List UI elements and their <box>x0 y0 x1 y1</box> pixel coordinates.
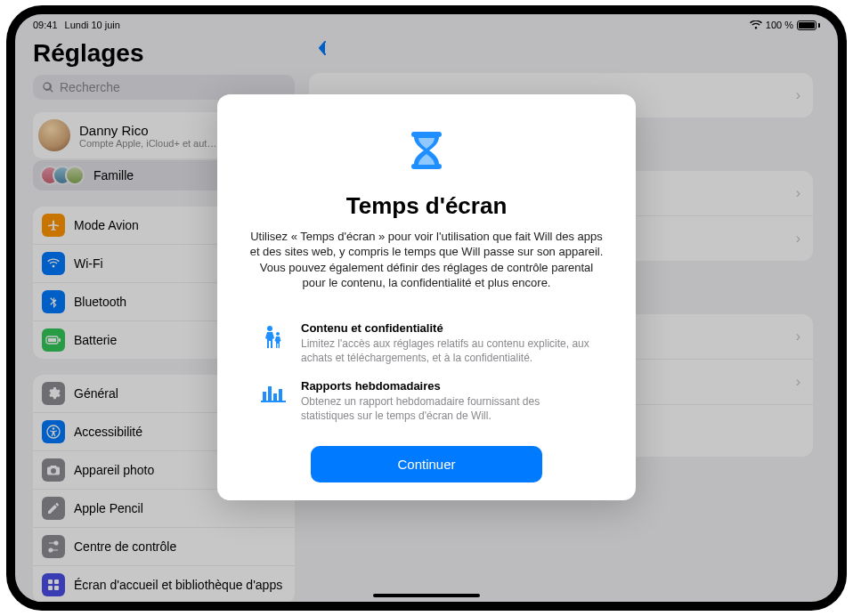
svg-rect-14 <box>273 393 277 401</box>
feature-text: Limitez l'accès aux réglages relatifs au… <box>301 336 595 365</box>
svg-point-11 <box>276 332 280 336</box>
continue-button[interactable]: Continuer <box>311 446 542 482</box>
svg-point-10 <box>267 326 272 331</box>
ipad-frame: 09:41 Lundi 10 juin 100 % Réglages Reche… <box>6 5 847 611</box>
feature-weekly-reports: Rapports hebdomadaires Obtenez un rappor… <box>242 372 611 430</box>
svg-rect-16 <box>261 401 286 402</box>
modal-title: Temps d'écran <box>242 192 611 220</box>
bar-chart-icon <box>258 379 288 423</box>
home-indicator[interactable] <box>373 594 480 597</box>
modal-description: Utilisez « Temps d'écran » pour voir l'u… <box>242 229 611 291</box>
feature-title: Contenu et confidentialité <box>301 321 595 335</box>
feature-text: Obtenez un rapport hebdomadaire fourniss… <box>301 394 595 423</box>
screen-time-modal: Temps d'écran Utilisez « Temps d'écran »… <box>217 94 636 501</box>
family-icon <box>258 321 288 365</box>
hourglass-icon <box>407 130 446 174</box>
svg-rect-13 <box>268 386 272 401</box>
modal-scrim: Temps d'écran Utilisez « Temps d'écran »… <box>15 14 838 602</box>
svg-rect-12 <box>263 392 266 401</box>
feature-title: Rapports hebdomadaires <box>301 379 595 393</box>
svg-rect-15 <box>279 389 282 401</box>
screen: 09:41 Lundi 10 juin 100 % Réglages Reche… <box>15 14 838 602</box>
feature-content-privacy: Contenu et confidentialité Limitez l'acc… <box>242 314 611 372</box>
